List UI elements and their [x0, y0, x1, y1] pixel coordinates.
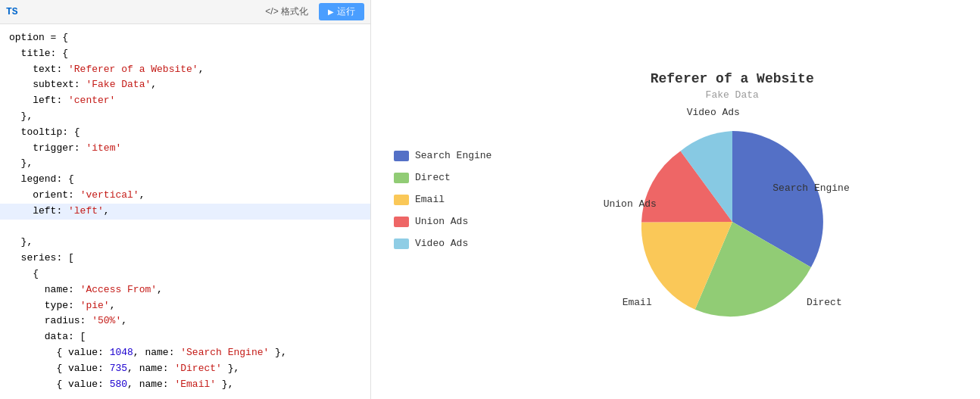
code-line-highlight: left: 'left',	[0, 204, 370, 220]
code-content[interactable]: option = { title: { text: 'Referer of a …	[0, 24, 370, 399]
code-line: { value: 735, name: 'Direct' },	[9, 363, 239, 374]
legend-label-email: Email	[415, 194, 445, 205]
code-line: { value: 1048, name: 'Search Engine' },	[9, 347, 287, 358]
code-line: legend: {	[9, 173, 74, 185]
code-line: { value: 580, name: 'Email' },	[9, 379, 233, 390]
legend-color-search-engine	[394, 151, 409, 161]
code-line: subtext: 'Fake Data',	[9, 79, 157, 90]
legend-color-direct	[394, 173, 409, 183]
legend-label-video-ads: Video Ads	[415, 238, 468, 249]
chart-container: Search Engine Direct Email Union Ads Vid…	[371, 0, 980, 399]
legend-label-union-ads: Union Ads	[415, 216, 468, 227]
code-line: },	[9, 157, 33, 169]
toolbar: TS </> 格式化 运行	[0, 0, 370, 24]
code-line: data: [	[9, 331, 86, 342]
legend-item-direct: Direct	[394, 172, 492, 183]
code-line: series: [	[9, 252, 74, 263]
code-line: trigger: 'item'	[9, 142, 121, 154]
code-line: type: 'pie',	[9, 300, 115, 311]
legend-item-video-ads: Video Ads	[394, 238, 492, 249]
code-line: radius: '50%',	[9, 315, 127, 326]
code-line: },	[9, 236, 33, 248]
code-line: name: 'Access From',	[9, 284, 163, 295]
code-line: title: {	[9, 48, 68, 59]
code-line: },	[9, 111, 33, 122]
pie-chart-svg	[619, 108, 846, 335]
legend-color-union-ads	[394, 217, 409, 227]
chart-subtitle: Fake Data	[706, 89, 759, 101]
legend-item-email: Email	[394, 194, 492, 205]
chart-area: Referer of a Website Fake Data	[499, 64, 965, 335]
code-line: tooltip: {	[9, 126, 80, 138]
chart-title: Referer of a Website	[651, 71, 814, 86]
legend-label-search-engine: Search Engine	[415, 150, 492, 161]
code-line: orient: 'vertical',	[9, 189, 145, 201]
chart-panel: Search Engine Direct Email Union Ads Vid…	[371, 0, 980, 399]
run-button[interactable]: 运行	[319, 3, 364, 20]
legend-color-video-ads	[394, 238, 409, 249]
code-line: text: 'Referer of a Website',	[9, 64, 204, 75]
legend-item-union-ads: Union Ads	[394, 216, 492, 227]
chart-legend: Search Engine Direct Email Union Ads Vid…	[386, 142, 499, 257]
legend-item-search-engine: Search Engine	[394, 150, 492, 161]
ts-badge: TS	[6, 6, 18, 17]
code-line: left: 'center'	[9, 95, 115, 106]
code-line: {	[9, 268, 39, 279]
format-button[interactable]: </> 格式化	[261, 4, 313, 20]
code-line: option = {	[9, 32, 68, 43]
pie-chart-wrapper: Search Engine Direct Email Union Ads Vid…	[619, 108, 846, 335]
legend-label-direct: Direct	[415, 172, 451, 183]
code-panel: TS </> 格式化 运行 option = { title: { text: …	[0, 0, 371, 399]
legend-color-email	[394, 195, 409, 205]
